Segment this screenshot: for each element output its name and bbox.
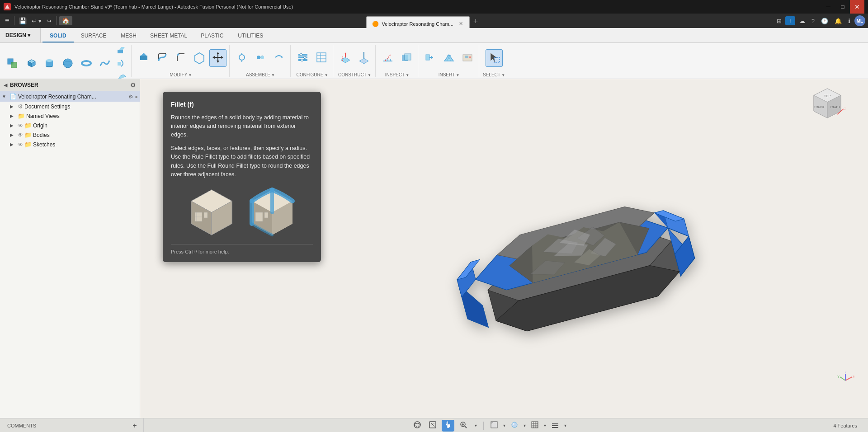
undo-btn[interactable]: ↩ ▾	[30, 17, 43, 25]
redo-btn[interactable]: ↪	[45, 17, 53, 25]
upgrade-btn[interactable]: ↑	[785, 16, 795, 25]
maximize-btn[interactable]: □	[835, 0, 850, 14]
tree-eye-bodies[interactable]: 👁	[18, 132, 23, 138]
configure-btn2[interactable]	[313, 49, 330, 67]
browser-collapse-btn[interactable]: ◀	[4, 82, 7, 88]
look-btn[interactable]	[426, 419, 439, 432]
tree-item-settings-btn[interactable]: ⚙	[128, 94, 133, 100]
titlebar: Velociraptor Resonating Chamber Stand v9…	[0, 0, 868, 14]
tree-item-bodies[interactable]: ▶ 👁 📁 Bodies	[0, 130, 140, 140]
fillet-btn[interactable]	[154, 49, 171, 67]
tree-item-named-views[interactable]: ▶ 📁 Named Views	[0, 111, 140, 121]
close-btn[interactable]: ✕	[850, 0, 864, 14]
more-options-dropdown-btn[interactable]: ▾	[564, 423, 566, 428]
svg-rect-56	[426, 55, 429, 60]
comments-add-btn[interactable]: +	[130, 421, 140, 431]
grid-btn[interactable]	[528, 419, 541, 432]
tab-mesh[interactable]: MESH	[113, 30, 144, 42]
ribbon-group-select: SELECT	[483, 45, 508, 77]
axis-btn[interactable]	[355, 49, 373, 67]
minimize-btn[interactable]: ─	[821, 0, 835, 14]
torus-btn[interactable]	[78, 55, 95, 73]
svg-point-36	[301, 59, 303, 61]
assemble-btn3[interactable]	[270, 49, 288, 67]
more-options-btn[interactable]	[549, 419, 561, 432]
new-window-btn[interactable]: ⊞	[775, 17, 783, 25]
move-copy-btn[interactable]	[209, 49, 226, 67]
new-tab-btn[interactable]: +	[471, 17, 481, 26]
sweep-btn[interactable]	[115, 71, 128, 80]
orbit-btn[interactable]	[411, 419, 424, 432]
chamfer-btn[interactable]	[172, 49, 189, 67]
help-btn[interactable]: ?	[809, 16, 817, 26]
viewport[interactable]: Fillet (f) Rounds the edges of a solid b…	[140, 79, 868, 418]
tab-utilities[interactable]: UTILITIES	[231, 30, 270, 42]
measure-btn[interactable]	[379, 49, 396, 67]
tree-item-root[interactable]: ▼ 📄 Velociraptor Resonating Cham... ⚙ ●	[0, 91, 140, 102]
display-mode-btn[interactable]	[488, 419, 500, 432]
info-btn[interactable]: ℹ	[846, 16, 853, 26]
extrude-btn[interactable]	[115, 45, 128, 57]
select-btn[interactable]	[486, 49, 503, 67]
tree-label-root: Velociraptor Resonating Cham...	[18, 94, 127, 100]
browser-settings-btn[interactable]: ⚙	[130, 81, 136, 89]
3d-model-container	[330, 115, 823, 400]
svg-marker-13	[119, 47, 125, 50]
tab-surface[interactable]: SURFACE	[74, 30, 114, 42]
ribbon: CREATE	[0, 43, 868, 79]
revolve-btn[interactable]	[115, 58, 128, 70]
plane-btn[interactable]	[337, 49, 354, 67]
svg-point-129	[512, 422, 517, 427]
home-nav-btn[interactable]: 🏠	[59, 16, 72, 25]
create-more	[115, 45, 128, 80]
shell-btn[interactable]	[191, 49, 208, 67]
svg-point-119	[414, 422, 420, 428]
configure-btn1[interactable]	[294, 49, 311, 67]
bell-btn[interactable]: 🔔	[832, 16, 844, 26]
hand-btn[interactable]	[442, 420, 454, 432]
svg-point-24	[239, 55, 245, 60]
zoom-extent-btn[interactable]	[457, 419, 470, 432]
assemble-btn2[interactable]	[252, 49, 269, 67]
statusbar: COMMENTS + ▾ ▾ ▾ ▾ ▾	[0, 418, 868, 432]
tab-sheet-metal[interactable]: SHEET METAL	[144, 30, 193, 42]
sphere-btn[interactable]	[59, 55, 76, 73]
box-btn[interactable]	[22, 55, 39, 73]
separator2	[56, 16, 57, 25]
app-menu-btn[interactable]: ≡	[3, 16, 11, 26]
clock-btn[interactable]: 🕐	[819, 16, 830, 26]
interference-btn[interactable]	[398, 49, 415, 67]
display-mode-dropdown-btn[interactable]: ▾	[503, 423, 505, 428]
tab-close-btn[interactable]: ✕	[458, 21, 464, 27]
tree-item-doc-settings[interactable]: ▶ ⚙ Document Settings	[0, 102, 140, 111]
avatar[interactable]: ML	[854, 15, 865, 26]
visual-style-dropdown-btn[interactable]: ▾	[524, 423, 526, 428]
zoom-options-btn[interactable]: ▾	[472, 422, 479, 429]
tab-plastic[interactable]: PLASTIC	[193, 30, 231, 42]
cylinder-btn[interactable]	[41, 55, 58, 73]
modify-label: MODIFY	[170, 71, 192, 77]
design-mode-btn[interactable]: DESIGN ▾	[0, 28, 41, 42]
svg-marker-55	[431, 56, 433, 59]
joint-btn[interactable]	[233, 49, 250, 67]
modify-buttons	[135, 45, 226, 71]
press-pull-btn[interactable]	[135, 49, 152, 67]
svg-line-124	[465, 426, 467, 428]
tree-item-origin[interactable]: ▶ 👁 📁 Origin	[0, 121, 140, 130]
coil-btn[interactable]	[96, 55, 113, 73]
grid-dropdown-btn[interactable]: ▾	[544, 423, 546, 428]
tab-solid[interactable]: SOLID	[42, 30, 74, 42]
save-btn[interactable]: 💾	[17, 16, 28, 25]
visual-style-btn[interactable]	[508, 419, 521, 432]
insert-mesh-btn[interactable]	[440, 49, 458, 67]
tree-eye-origin[interactable]: 👁	[18, 122, 23, 129]
insert-derive-btn[interactable]	[422, 49, 439, 67]
tree-item-sketches[interactable]: ▶ 👁 📁 Sketches	[0, 140, 140, 149]
construct-buttons	[337, 45, 373, 71]
insert-decal-btn[interactable]	[459, 49, 476, 67]
tree-eye-sketches[interactable]: 👁	[18, 141, 23, 148]
new-component-btn[interactable]	[4, 55, 21, 73]
cloud-btn[interactable]: ☁	[797, 16, 807, 26]
tree-icon-named-views: 📁	[18, 113, 25, 119]
tab-active[interactable]: 🟠 Velociraptor Resonating Cham... ✕	[366, 16, 469, 28]
